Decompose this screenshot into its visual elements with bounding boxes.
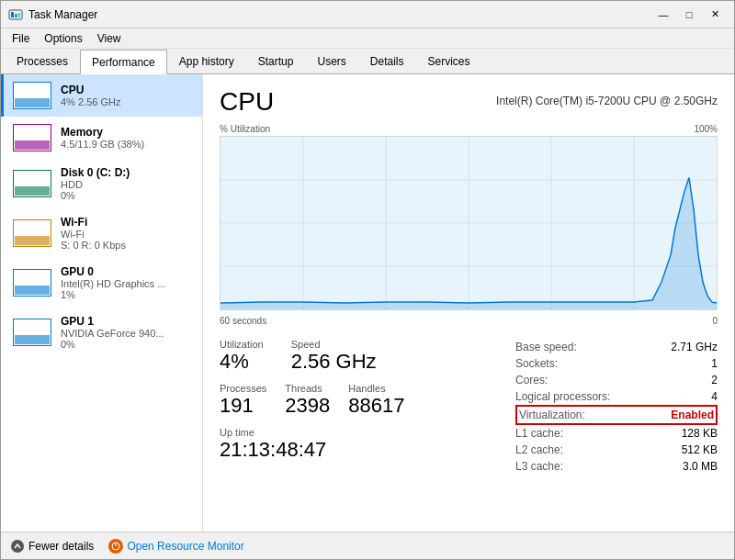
close-button[interactable]: ✕ [703,6,727,24]
base-speed-key: Base speed: [515,341,577,353]
speed-value: 2.56 GHz [291,350,377,374]
menu-file[interactable]: File [5,30,37,47]
info-sockets: Sockets: 1 [515,355,718,372]
svg-point-14 [11,540,24,553]
maximize-button[interactable]: □ [677,6,701,24]
fewer-details-button[interactable]: Fewer details [10,539,94,554]
detail-header: CPU Intel(R) Core(TM) i5-7200U CPU @ 2.5… [220,87,718,117]
main-content: CPU 4% 2.56 GHz Memory 4.5/11.9 GB (38%) [1,74,734,532]
chevron-up-icon [10,539,25,554]
info-base-speed: Base speed: 2.71 GHz [515,339,718,355]
wifi-name: Wi-Fi [61,216,193,229]
window-title: Task Manager [28,8,97,21]
mem-name: Memory [61,126,193,139]
detail-subtitle: Intel(R) Core(TM) i5-7200U CPU @ 2.50GHz [496,95,718,107]
uptime-value: 21:13:48:47 [220,438,326,462]
detail-bottom: Utilization 4% Speed 2.56 GHz Processes … [220,339,718,475]
info-l1: L1 cache: 128 KB [515,425,718,442]
virt-val: Enabled [671,409,714,421]
mem-thumb [13,124,51,151]
stat-speed: Speed 2.56 GHz [291,339,377,374]
info-table: Base speed: 2.71 GHz Sockets: 1 Cores: 2 [515,339,718,475]
chart-y-label: % Utilization [220,124,270,134]
sidebar-item-gpu0[interactable]: GPU 0 Intel(R) HD Graphics ... 1% [1,258,202,308]
detail-stats-left: Utilization 4% Speed 2.56 GHz Processes … [220,339,497,475]
tab-services[interactable]: Services [416,49,482,73]
gpu1-detail2: 0% [61,339,193,350]
svg-rect-1 [11,12,14,17]
info-virtualization: Virtualization: Enabled [515,405,718,425]
minimize-button[interactable]: — [651,6,675,24]
sidebar-item-gpu1[interactable]: GPU 1 NVIDIA GeForce 940... 0% [1,308,202,357]
disk-detail2: 0% [61,190,193,201]
gpu0-thumb [13,269,51,297]
chart-x-label: 60 seconds [220,316,266,326]
sidebar-item-cpu[interactable]: CPU 4% 2.56 GHz [1,74,202,117]
disk-info: Disk 0 (C: D:) HDD 0% [61,166,193,201]
cores-val: 2 [711,374,718,386]
gpu0-detail2: 1% [61,289,193,300]
tab-bar: Processes Performance App history Startu… [1,49,734,74]
gpu0-info: GPU 0 Intel(R) HD Graphics ... 1% [61,265,193,300]
logical-key: Logical processors: [515,390,610,403]
gpu1-name: GPU 1 [61,315,193,328]
gpu0-name: GPU 0 [61,265,193,278]
processes-value: 191 [220,394,266,418]
info-cores: Cores: 2 [515,372,718,388]
menu-options[interactable]: Options [37,30,89,47]
utilization-label: Utilization [220,339,264,350]
cpu-chart [220,136,718,310]
detail-info-right: Base speed: 2.71 GHz Sockets: 1 Cores: 2 [515,339,718,475]
window-controls: — □ ✕ [651,6,727,24]
title-bar: Task Manager — □ ✕ [1,1,734,28]
l1-key: L1 cache: [515,427,563,440]
l3-key: L3 cache: [515,460,563,473]
task-manager-window: Task Manager — □ ✕ File Options View Pro… [0,0,735,560]
cores-key: Cores: [515,374,548,386]
disk-name: Disk 0 (C: D:) [61,166,193,179]
open-resource-monitor-button[interactable]: Open Resource Monitor [108,539,243,554]
chart-x-min: 0 [712,316,718,326]
sidebar-item-disk[interactable]: Disk 0 (C: D:) HDD 0% [1,159,202,208]
title-bar-left: Task Manager [8,7,97,22]
wifi-detail2: S: 0 R: 0 Kbps [61,240,193,251]
wifi-thumb [13,219,51,247]
stat-handles: Handles 88617 [348,383,404,418]
l3-val: 3.0 MB [683,460,718,473]
fewer-details-label: Fewer details [28,540,94,553]
tab-startup[interactable]: Startup [246,49,306,73]
disk-detail1: HDD [61,179,193,190]
disk-thumb [13,170,51,197]
base-speed-val: 2.71 GHz [671,341,718,353]
gpu0-detail1: Intel(R) HD Graphics ... [61,278,193,289]
stat-processes: Processes 191 [220,383,266,418]
stat-uptime: Up time 21:13:48:47 [220,427,326,462]
menu-bar: File Options View [1,28,734,49]
l1-val: 128 KB [682,427,718,440]
handles-value: 88617 [348,394,404,418]
tab-processes[interactable]: Processes [5,49,80,73]
sidebar-item-memory[interactable]: Memory 4.5/11.9 GB (38%) [1,117,202,159]
chart-label-top: % Utilization 100% [220,124,718,134]
tab-users[interactable]: Users [305,49,357,73]
mem-detail: 4.5/11.9 GB (38%) [61,139,193,150]
cpu-detail: 4% 2.56 GHz [61,96,193,107]
tab-performance[interactable]: Performance [80,50,167,74]
cpu-name: CPU [61,84,193,96]
stats-row-2: Processes 191 Threads 2398 Handles 88617 [220,383,497,418]
stats-row-1: Utilization 4% Speed 2.56 GHz [220,339,497,374]
sockets-key: Sockets: [515,357,558,370]
tab-details[interactable]: Details [358,49,416,73]
l2-val: 512 KB [682,443,718,456]
menu-view[interactable]: View [90,30,129,47]
processes-label: Processes [220,383,266,394]
stat-threads: Threads 2398 [285,383,330,418]
sidebar-item-wifi[interactable]: Wi-Fi Wi-Fi S: 0 R: 0 Kbps [1,208,202,258]
resource-monitor-label: Open Resource Monitor [127,540,243,553]
uptime-label: Up time [220,427,326,438]
tab-app-history[interactable]: App history [167,49,246,73]
gpu1-detail1: NVIDIA GeForce 940... [61,328,193,339]
stat-utilization: Utilization 4% [220,339,264,374]
sidebar: CPU 4% 2.56 GHz Memory 4.5/11.9 GB (38%) [1,74,203,532]
virt-key: Virtualization: [519,409,585,421]
